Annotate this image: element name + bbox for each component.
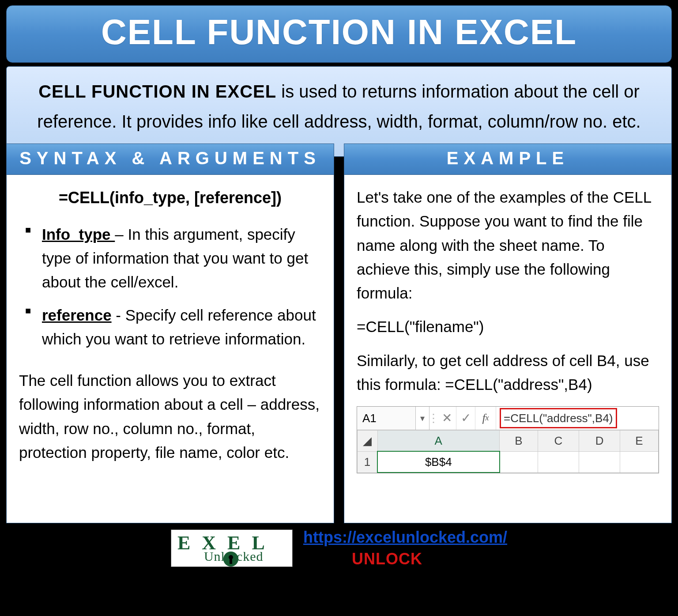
cell[interactable] (620, 451, 659, 472)
column-header[interactable]: A (377, 431, 500, 452)
syntax-card: SYNTAX & ARGUMENTS =CELL(info_type, [ref… (6, 144, 334, 523)
syntax-summary: The cell function allows you to extract … (19, 369, 321, 465)
keyhole-icon (223, 552, 238, 567)
excel-snippet: A1 ▾ ⋮ ✕ ✓ fx =CELL("address",B4) ◢ A (357, 406, 659, 473)
footer-link[interactable]: https://excelunlocked.com/ (303, 528, 507, 546)
example-card: EXAMPLE Let's take one of the examples o… (344, 144, 672, 523)
syntax-formula: =CELL(info_type, [reference]) (19, 185, 321, 210)
example-formula-1: =CELL("filename") (357, 315, 659, 339)
formula-input-area[interactable]: =CELL("address",B4) (496, 407, 659, 430)
cancel-icon[interactable]: ✕ (437, 407, 456, 430)
example-p2: Similarly, to get cell address of cell B… (357, 349, 659, 397)
intro-bold: CELL FUNCTION IN EXCEL (38, 82, 276, 101)
syntax-heading: SYNTAX & ARGUMENTS (7, 144, 334, 175)
row-header[interactable]: 1 (358, 451, 378, 472)
separator-icon: ⋮ (429, 407, 437, 430)
fx-icon[interactable]: fx (475, 407, 496, 430)
footer-tagline: UNLOCK (303, 550, 422, 568)
formula-input-highlight: =CELL("address",B4) (500, 408, 617, 428)
enter-icon[interactable]: ✓ (456, 407, 475, 430)
argument-item: Info_type – In this argument, specify ty… (23, 223, 318, 295)
cell[interactable] (500, 451, 538, 472)
name-box[interactable]: A1 (357, 407, 416, 430)
cell-a1[interactable]: $B$4 (377, 451, 500, 472)
corner-header[interactable]: ◢ (358, 431, 378, 452)
column-header[interactable]: B (500, 431, 538, 452)
formula-bar: A1 ▾ ⋮ ✕ ✓ fx =CELL("address",B4) (357, 407, 659, 430)
column-header[interactable]: D (579, 431, 620, 452)
column-header[interactable]: C (538, 431, 579, 452)
example-heading: EXAMPLE (344, 144, 671, 175)
cell[interactable] (538, 451, 579, 472)
page-title: CELL FUNCTION IN EXCEL (6, 5, 672, 63)
argument-item: reference - Specify cell reference about… (23, 303, 318, 351)
example-p1: Let's take one of the examples of the CE… (357, 185, 659, 305)
column-header[interactable]: E (620, 431, 659, 452)
spreadsheet-grid[interactable]: ◢ A B C D E 1 $B$4 (357, 430, 659, 473)
argument-name: Info_type (42, 226, 115, 243)
footer-text: https://excelunlocked.com/ UNLOCK (303, 527, 507, 570)
footer: EX EL Unlcked https://excelunlocked.com/… (6, 527, 672, 574)
logo: EX EL Unlcked (171, 529, 293, 567)
argument-name: reference (42, 306, 112, 324)
cell[interactable] (579, 451, 620, 472)
argument-list: Info_type – In this argument, specify ty… (19, 223, 321, 351)
